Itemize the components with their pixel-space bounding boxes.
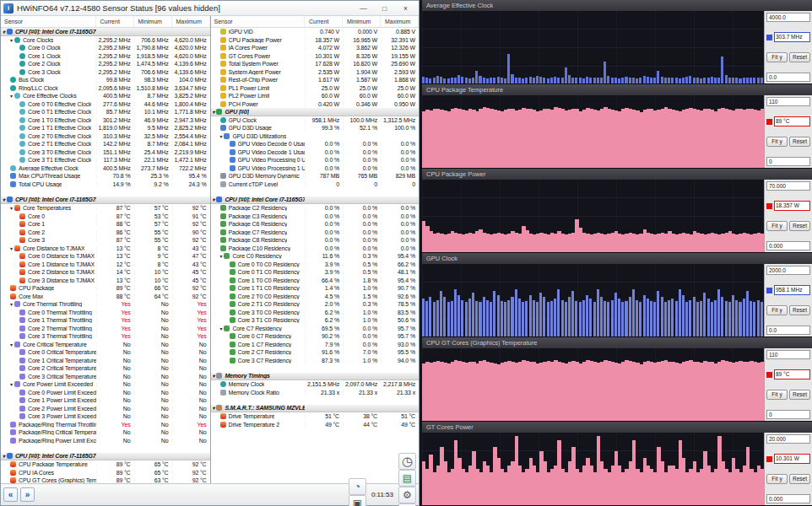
- sensor-row[interactable]: Core 2 Clock2,295.2 MHz1,474.5 MHz4,139.…: [1, 60, 210, 68]
- sensor-row[interactable]: ▾Core Temperatures87 °C57 °C92 °C: [1, 204, 210, 213]
- sensor-row[interactable]: Core 3 T0 C0 Residency6.2 %1.0 %83.5 %: [211, 309, 420, 317]
- sensor-row[interactable]: Core 1 Distance to TJMAX12 °C8 °C43 °C: [1, 261, 210, 269]
- sensor-section-row[interactable]: ▾GPU [#0]: [211, 108, 420, 116]
- expand-arrow-icon[interactable]: ▾: [10, 37, 13, 43]
- sensor-row[interactable]: Core 087 °C53 °C91 °C: [1, 213, 210, 221]
- sensor-row[interactable]: Core 0 Power Limit ExceededNoNoNo: [1, 389, 210, 397]
- sensor-row[interactable]: Core 0 T0 C0 Residency3.9 %0.5 %66.2 %: [211, 261, 420, 269]
- sensor-row[interactable]: Core 3 T0 Effective Clock151.1 MHz25.4 M…: [1, 148, 210, 157]
- report-button[interactable]: ▤: [398, 470, 416, 487]
- sensor-row[interactable]: Rest-of-Chip Power1.617 W1.587 W1.868 W: [211, 76, 420, 84]
- fit-y-button[interactable]: Fit y: [766, 221, 788, 231]
- sensor-row[interactable]: Core 3 Power Limit ExceededNoNoNo: [1, 412, 210, 421]
- sensor-row[interactable]: Package/Ring Thermal ThrottlingYesNoYes: [1, 421, 210, 429]
- sensor-row[interactable]: CPU GT Cores (Graphics) Tempera...89 °C6…: [1, 476, 210, 483]
- reset-button[interactable]: Reset: [789, 221, 810, 231]
- sensor-row[interactable]: Core 3 Clock2,295.2 MHz706.6 MHz4,139.6 …: [1, 68, 210, 77]
- graph-plot-area[interactable]: [422, 95, 764, 168]
- reset-button[interactable]: Reset: [789, 52, 810, 62]
- sensor-row[interactable]: Core 0 T0 Effective Clock277.6 MHz44.6 M…: [1, 100, 210, 109]
- fit-y-button[interactable]: Fit y: [766, 305, 788, 315]
- sensor-row[interactable]: ▾Core Thermal ThrottlingYesNoYes: [1, 300, 210, 309]
- sensor-row[interactable]: Core 2 C7 Residency91.6 %7.0 %95.5 %: [211, 348, 420, 357]
- sensor-section-row[interactable]: ▾Memory Timings: [211, 373, 420, 381]
- column-header-minimum[interactable]: Minimum: [134, 16, 172, 27]
- sensor-row[interactable]: Total CPU Usage14.9 %9.2 %24.3 %: [1, 180, 210, 189]
- reset-button[interactable]: Reset: [789, 137, 810, 147]
- expand-arrow-icon[interactable]: ▾: [220, 133, 223, 139]
- reset-button[interactable]: Reset: [789, 390, 810, 400]
- sensor-section-row[interactable]: ▾CPU [#0]: Intel Core i7-1165G7: [1, 28, 210, 36]
- sensor-row[interactable]: GPU D3D Memory Dynamic787 MB765 MB829 MB: [211, 172, 420, 180]
- sensor-row[interactable]: Core 0 C7 Residency90.2 %0.0 %95.7 %: [211, 332, 420, 341]
- column-header-maximum[interactable]: Maximum: [381, 16, 419, 27]
- sensor-row[interactable]: Core 387 °C55 °C92 °C: [1, 236, 210, 245]
- minimize-button[interactable]: —: [353, 3, 374, 14]
- expand-arrow-icon[interactable]: ▾: [10, 342, 13, 347]
- sensor-row[interactable]: ▾Core Critical TemperatureNoNoNo: [1, 341, 210, 349]
- sensor-row[interactable]: Core 1 T0 Effective Clock301.2 MHz46.9 M…: [1, 116, 210, 125]
- sensor-row[interactable]: Core 286 °C55 °C90 °C: [1, 229, 210, 237]
- fit-y-button[interactable]: Fit y: [766, 52, 788, 62]
- title-bar[interactable]: i HWiNFO64 v7.12-4580 Sensor Status [96 …: [1, 1, 419, 16]
- sensor-row[interactable]: ▾Core Effective Clocks400.5 MHz8.7 MHz3,…: [1, 92, 210, 100]
- axis-min-value[interactable]: 0.000: [766, 494, 810, 503]
- sensor-row[interactable]: Core 0 Distance to TJMAX13 °C9 °C47 °C: [1, 252, 210, 261]
- sensor-section-row[interactable]: ▾S.M.A.R.T.: SAMSUNG MZVLB51...: [211, 405, 420, 413]
- sensor-row[interactable]: Core Max88 °C64 °C92 °C: [1, 293, 210, 301]
- expand-arrow-icon[interactable]: ▾: [10, 381, 13, 387]
- sensor-row[interactable]: iGPU VID0.740 V0.000 V0.885 V: [211, 28, 420, 36]
- sensor-row[interactable]: Ring/LLC Clock2,095.6 MHz1,510.8 MHz3,63…: [1, 84, 210, 93]
- sensor-row[interactable]: Core 2 Thermal ThrottlingYesNoYes: [1, 325, 210, 333]
- sensor-row[interactable]: Core 0 T1 C0 Residency3.9 %0.5 %48.1 %: [211, 268, 420, 277]
- expand-arrow-icon[interactable]: ▾: [10, 301, 13, 307]
- sensor-row[interactable]: Max CPU/Thread Usage70.8 %25.3 %95.4 %: [1, 172, 210, 180]
- axis-min-value[interactable]: 0.000: [766, 241, 810, 250]
- sensor-row[interactable]: Package/Ring Critical TemperatureNoNoNo: [1, 428, 210, 437]
- axis-min-value[interactable]: 0: [766, 157, 810, 166]
- sensor-row[interactable]: Memory Clock2,151.5 MHz2,097.0 MHz2,217.…: [211, 380, 420, 389]
- clock-button[interactable]: ◷: [398, 453, 416, 470]
- axis-max-value[interactable]: 2000.0: [766, 266, 810, 275]
- expand-arrow-icon[interactable]: ▾: [220, 253, 223, 259]
- sensor-row[interactable]: Core 2 Power Limit ExceededNoNoNo: [1, 405, 210, 413]
- sensor-row[interactable]: System Agent Power2.535 W1.904 W2.593 W: [211, 68, 420, 77]
- sensor-row[interactable]: Package C8 Residency0.0 %0.0 %0.0 %: [211, 236, 420, 245]
- sensor-row[interactable]: CPU IA Cores89 °C65 °C92 °C: [1, 469, 210, 477]
- sensor-row[interactable]: ▾GPU D3D Utilizations: [211, 132, 420, 141]
- sensor-row[interactable]: Core 1 T1 Effective Clock1,819.0 MHz9.5 …: [1, 124, 210, 132]
- settings-button[interactable]: ⚙: [398, 487, 416, 503]
- expand-arrow-icon[interactable]: ▾: [220, 326, 223, 331]
- sensor-row[interactable]: Core 0 Thermal ThrottlingYesNoYes: [1, 309, 210, 317]
- sensor-row[interactable]: Core 0 T1 Effective Clock85.7 MHz10.1 MH…: [1, 108, 210, 116]
- sensor-row[interactable]: ▾Core Distance to TJMAX13 °C8 °C43 °C: [1, 245, 210, 253]
- sensor-row[interactable]: Package/Ring Power Limit ExceededNoNoNo: [1, 437, 210, 445]
- sensor-row[interactable]: Core 1 T1 C0 Residency1.4 %1.0 %90.7 %: [211, 284, 420, 293]
- axis-max-value[interactable]: 4000.0: [766, 13, 810, 22]
- expand-arrow-icon[interactable]: ▾: [3, 29, 5, 35]
- sensor-row[interactable]: PL2 Power Limit60.0 W60.0 W60.0 W: [211, 92, 420, 100]
- sensor-row[interactable]: GPU D3D Usage99.3 %52.1 %100.0 %: [211, 124, 420, 132]
- fit-y-button[interactable]: Fit y: [766, 137, 788, 147]
- sensor-row[interactable]: Core 3 Distance to TJMAX13 °C10 °C45 °C: [1, 277, 210, 285]
- chart-button[interactable]: ▥: [398, 503, 416, 506]
- expand-arrow-icon[interactable]: ▾: [213, 109, 215, 115]
- graph-plot-area[interactable]: [422, 180, 764, 252]
- sensor-row[interactable]: Core 3 T1 C0 Residency6.2 %1.0 %50.6 %: [211, 316, 420, 325]
- sensor-row[interactable]: Core 2 Distance to TJMAX14 °C10 °C45 °C: [1, 268, 210, 277]
- axis-max-value[interactable]: 110: [766, 97, 810, 106]
- expand-arrow-icon[interactable]: ▾: [213, 405, 215, 411]
- sensor-row[interactable]: PL1 Power Limit25.0 W25.0 W25.0 W: [211, 84, 420, 93]
- sensor-row[interactable]: GPU Video Processing 1 Usage0.0 %0.0 %0.…: [211, 164, 420, 173]
- sensor-row[interactable]: GPU Video Decode 1 Usage0.0 %0.0 %0.0 %: [211, 148, 420, 157]
- gauge-button[interactable]: ◔: [349, 478, 366, 495]
- sensor-row[interactable]: Core 3 T1 Effective Clock117.3 MHz22.1 M…: [1, 156, 210, 164]
- sensor-row[interactable]: Drive Temperature 249 °C44 °C49 °C: [211, 421, 420, 429]
- expand-arrow-icon[interactable]: ▾: [10, 245, 13, 251]
- column-header-current[interactable]: Current: [96, 16, 134, 27]
- sensor-row[interactable]: Core 0 Critical TemperatureNoNoNo: [1, 348, 210, 357]
- sensor-row[interactable]: Core 1 C7 Residency7.9 %0.0 %93.0 %: [211, 341, 420, 349]
- sensor-row[interactable]: Current cTDP Level000: [211, 180, 420, 189]
- sensor-row[interactable]: Core 3 C7 Residency87.3 %1.0 %94.0 %: [211, 357, 420, 365]
- prev-page-button[interactable]: «: [3, 487, 18, 502]
